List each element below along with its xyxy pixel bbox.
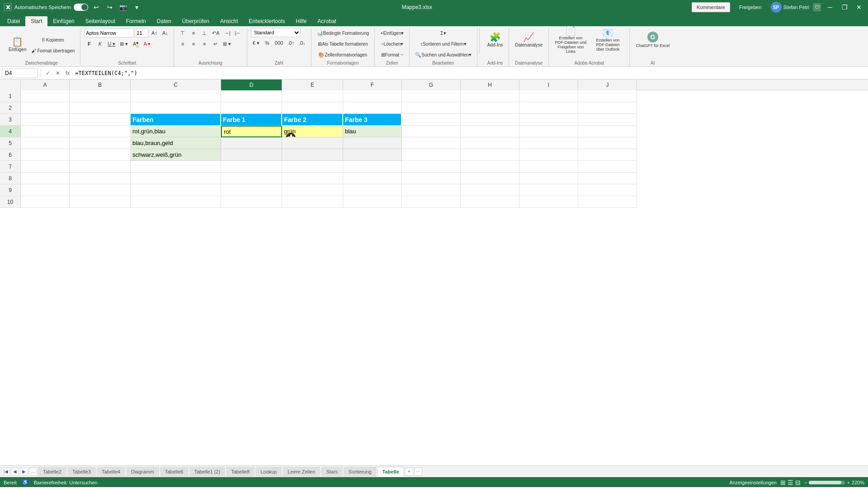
cell-i8[interactable]	[519, 173, 578, 184]
bold-button[interactable]: F	[84, 39, 94, 49]
cell-b9[interactable]	[70, 184, 131, 196]
align-bottom[interactable]: ⊥	[199, 28, 209, 38]
sheet-tab-stars[interactable]: Stars	[321, 467, 343, 477]
col-header-b[interactable]: B	[70, 80, 131, 90]
cell-j6[interactable]	[578, 149, 637, 161]
tab-entwicklertools[interactable]: Entwicklertools	[243, 16, 290, 26]
cell-b7[interactable]	[70, 161, 131, 173]
cell-c10[interactable]	[131, 196, 221, 208]
close-button[interactable]: ✕	[854, 2, 864, 13]
cell-a1[interactable]	[21, 90, 70, 102]
row-header-8[interactable]: 8	[0, 173, 21, 184]
tab-hilfe[interactable]: Hilfe	[290, 16, 312, 26]
cell-b2[interactable]	[70, 102, 131, 114]
cell-g8[interactable]	[402, 173, 461, 184]
cell-h3[interactable]	[461, 114, 519, 126]
cell-c4[interactable]: rot,grün,blau	[131, 126, 221, 137]
kopieren-button[interactable]: ⎘ Kopieren	[29, 35, 76, 45]
col-header-j[interactable]: J	[578, 80, 637, 90]
sheet-nav-next[interactable]: ▶	[20, 468, 28, 476]
sheet-tab-tabelle4[interactable]: Tabelle4	[97, 467, 125, 477]
col-header-e[interactable]: E	[282, 80, 343, 90]
cell-e2[interactable]	[282, 102, 343, 114]
cell-j3[interactable]	[578, 114, 637, 126]
sheet-tab-diagramm[interactable]: Diagramm	[126, 467, 159, 477]
cell-g10[interactable]	[402, 196, 461, 208]
zoom-out-icon[interactable]: −	[804, 480, 807, 485]
row-header-7[interactable]: 7	[0, 161, 21, 173]
cell-c2[interactable]	[131, 102, 221, 114]
col-header-h[interactable]: H	[461, 80, 519, 90]
cell-h8[interactable]	[461, 173, 519, 184]
conditional-format-button[interactable]: 📊 Bedingte Formatierung	[315, 28, 371, 38]
cell-d2[interactable]	[221, 102, 282, 114]
cell-d6[interactable]	[221, 149, 282, 161]
col-header-f[interactable]: F	[343, 80, 402, 90]
cell-a2[interactable]	[21, 102, 70, 114]
sheet-tab-tabelle[interactable]: Tabelle	[377, 467, 404, 477]
cell-i10[interactable]	[519, 196, 578, 208]
cell-e3-header[interactable]: Farbe 2	[282, 114, 343, 126]
merge-cells[interactable]: ⊞ ▾	[221, 39, 233, 49]
cell-e7[interactable]	[282, 161, 343, 173]
tab-seitenlayout[interactable]: Seitenlayout	[80, 16, 121, 26]
row-header-9[interactable]: 9	[0, 184, 21, 196]
cell-b5[interactable]	[70, 137, 131, 149]
cell-e9[interactable]	[282, 184, 343, 196]
row-header-10[interactable]: 10	[0, 196, 21, 208]
sheet-tab-menu[interactable]: ⋯	[414, 468, 422, 476]
cell-a9[interactable]	[21, 184, 70, 196]
restore-button[interactable]: ❐	[839, 2, 850, 13]
row-header-1[interactable]: 1	[0, 90, 21, 102]
cell-b1[interactable]	[70, 90, 131, 102]
cell-f3-header[interactable]: Farbe 3	[343, 114, 402, 126]
cell-f7[interactable]	[343, 161, 402, 173]
decimal-down[interactable]: .0↓	[297, 38, 307, 48]
cell-h10[interactable]	[461, 196, 519, 208]
cancel-formula-icon[interactable]: ✕	[54, 70, 62, 76]
cell-g6[interactable]	[402, 149, 461, 161]
delete-dropdown[interactable]: ▾	[401, 41, 403, 47]
indent-more[interactable]: →|	[222, 28, 232, 38]
cell-a7[interactable]	[21, 161, 70, 173]
tab-daten[interactable]: Daten	[151, 16, 177, 26]
pdf-outlook-button[interactable]: 📧 Erstellen von PDF-Dateien über Outlook	[590, 28, 626, 52]
cell-e5[interactable]	[282, 137, 343, 149]
sheet-tab-lookup[interactable]: Lookup	[255, 467, 282, 477]
row-header-4[interactable]: 4	[0, 126, 21, 137]
cell-j7[interactable]	[578, 161, 637, 173]
cell-f8[interactable]	[343, 173, 402, 184]
cell-g3[interactable]	[402, 114, 461, 126]
sheet-nav-more[interactable]: …	[29, 468, 37, 476]
cell-i1[interactable]	[519, 90, 578, 102]
cell-a6[interactable]	[21, 149, 70, 161]
view-settings[interactable]: Anzeigeeinstellungen	[729, 480, 777, 485]
share-button[interactable]: Freigeben	[734, 3, 767, 12]
cell-d5[interactable]	[221, 137, 282, 149]
align-top[interactable]: ⊤	[178, 28, 188, 38]
cell-g9[interactable]	[402, 184, 461, 196]
text-direction[interactable]: ↶A	[210, 28, 221, 38]
underline-button[interactable]: U ▾	[106, 39, 117, 49]
zoom-in-icon[interactable]: +	[847, 480, 849, 485]
cell-h1[interactable]	[461, 90, 519, 102]
cell-c6[interactable]: schwarz,weiß,grün	[131, 149, 221, 161]
check-icon[interactable]: ✓	[44, 70, 52, 76]
tab-einfuegen[interactable]: Einfügen	[47, 16, 80, 26]
cell-i7[interactable]	[519, 161, 578, 173]
cell-j5[interactable]	[578, 137, 637, 149]
tab-acrobat[interactable]: Acrobat	[312, 16, 341, 26]
cell-f9[interactable]	[343, 184, 402, 196]
sum-button[interactable]: Σ ▾	[413, 28, 473, 38]
row-header-5[interactable]: 5	[0, 137, 21, 149]
indent-less[interactable]: |←	[233, 28, 243, 38]
col-header-c[interactable]: C	[131, 80, 221, 90]
insert-function-icon[interactable]: fx	[64, 70, 71, 76]
cell-b3[interactable]	[70, 114, 131, 126]
sheet-tab-leere-zeilen[interactable]: Leere Zeilen	[283, 467, 320, 477]
row-header-6[interactable]: 6	[0, 149, 21, 161]
chatgpt-button[interactable]: G ChatGPT für Excel	[633, 28, 672, 52]
delete-cells-button[interactable]: − Löschen ▾	[378, 39, 406, 49]
cell-c5[interactable]: blau,braun,geld	[131, 137, 221, 149]
col-header-a[interactable]: A	[21, 80, 70, 90]
